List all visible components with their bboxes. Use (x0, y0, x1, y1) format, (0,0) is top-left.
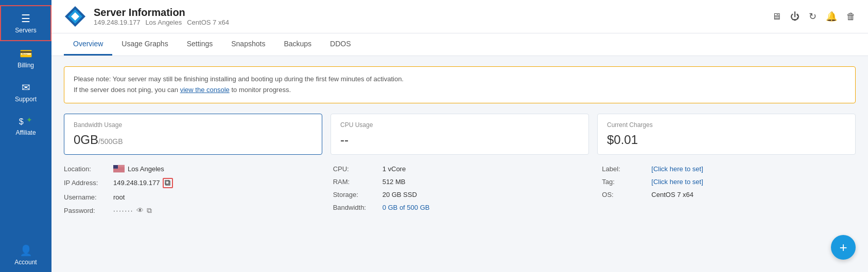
ram-value: 512 MB (383, 178, 406, 186)
billing-icon: 💳 (20, 47, 32, 60)
sidebar-item-billing[interactable]: 💳 Billing (0, 41, 51, 75)
sidebar-item-affiliate[interactable]: $ ✦ Affiliate (0, 109, 51, 142)
tab-settings[interactable]: Settings (178, 33, 222, 56)
password-row: Password: ······· 👁 ⧉ (64, 206, 318, 215)
tab-backups[interactable]: Backups (274, 33, 321, 56)
svg-rect-11 (113, 170, 125, 170)
bandwidth-unit: /500GB (98, 137, 123, 146)
username-row: Username: root (64, 193, 318, 201)
delete-icon[interactable]: 🗑 (846, 11, 856, 22)
charges-value: $0.01 (607, 133, 846, 147)
refresh-icon[interactable]: ↻ (809, 11, 817, 22)
server-subtitle: 149.248.19.177 Los Angeles CentOS 7 x64 (94, 19, 229, 26)
svg-rect-14 (113, 171, 125, 172)
header-left: Server Information 149.248.19.177 Los An… (64, 5, 229, 28)
bandwidth-value: 0GB/500GB (74, 133, 313, 147)
header-action-icons: 🖥 ⏻ ↻ 🔔 🗑 (772, 11, 856, 22)
ram-label: RAM: (333, 178, 379, 186)
sidebar-item-account-label: Account (14, 259, 37, 266)
alert-line2: If the server does not ping, you can vie… (74, 85, 846, 96)
tab-bar: Overview Usage Graphs Settings Snapshots… (51, 33, 868, 56)
info-left: Location: (64, 165, 318, 215)
cpu-info-label: CPU: (333, 165, 379, 173)
password-value: ······· 👁 ⧉ (113, 206, 152, 215)
main-content: Server Information 149.248.19.177 Los An… (51, 0, 868, 272)
sidebar-item-support[interactable]: ✉ Support (0, 75, 51, 109)
tab-overview[interactable]: Overview (64, 33, 112, 56)
ip-label: IP Address: (64, 179, 110, 187)
charges-card: Current Charges $0.01 (597, 114, 856, 155)
page-content: Please note: Your server may still be fi… (51, 56, 868, 272)
alert-icon[interactable]: 🔔 (826, 11, 837, 22)
location-text: Los Angeles (128, 165, 164, 173)
info-right: Label: [Click here to set] Tag: [Click h… (602, 165, 856, 215)
svg-rect-18 (165, 180, 169, 184)
password-label: Password: (64, 207, 110, 214)
bandwidth-info-label: Bandwidth: (333, 204, 379, 211)
server-header: Server Information 149.248.19.177 Los An… (51, 0, 868, 33)
location-value: Los Angeles (113, 165, 164, 173)
server-ip-subtitle: 149.248.19.177 (94, 19, 140, 26)
storage-row: Storage: 20 GB SSD (333, 191, 587, 198)
charges-label: Current Charges (607, 121, 846, 129)
tab-snapshots[interactable]: Snapshots (222, 33, 274, 56)
sidebar-item-billing-label: Billing (18, 62, 34, 69)
bandwidth-info-row: Bandwidth: 0 GB of 500 GB (333, 204, 587, 211)
show-password-button[interactable]: 👁 (136, 206, 144, 214)
label-value: [Click here to set] (651, 165, 703, 173)
cpu-label: CPU Usage (340, 121, 579, 129)
alert-line2-post: to monitor progress. (230, 86, 291, 94)
svg-rect-13 (113, 171, 125, 171)
ip-text: 149.248.19.177 (113, 179, 160, 187)
storage-label: Storage: (333, 191, 379, 198)
cpu-info-value: 1 vCore (383, 165, 406, 173)
copy-ip-button[interactable] (163, 178, 173, 188)
add-button[interactable]: + (831, 235, 856, 260)
username-label: Username: (64, 193, 110, 201)
ip-row: IP Address: 149.248.19.177 (64, 178, 318, 188)
sidebar: ☰ Servers 💳 Billing ✉ Support $ ✦ Affili… (0, 0, 51, 272)
sidebar-item-affiliate-label: Affiliate (15, 129, 36, 136)
tab-ddos[interactable]: DDOS (321, 33, 360, 56)
username-value: root (113, 193, 125, 201)
monitor-icon[interactable]: 🖥 (772, 11, 781, 22)
bandwidth-link[interactable]: 0 GB of 500 GB (383, 204, 430, 211)
set-tag-link[interactable]: [Click here to set] (651, 178, 703, 186)
svg-rect-16 (113, 165, 118, 169)
cpu-value: -- (340, 133, 579, 147)
label-label: Label: (602, 165, 648, 173)
sidebar-item-servers[interactable]: ☰ Servers (0, 5, 51, 41)
location-label: Location: (64, 165, 110, 173)
set-label-link[interactable]: [Click here to set] (651, 165, 703, 173)
storage-value: 20 GB SSD (383, 191, 417, 198)
copy-password-button[interactable]: ⧉ (147, 206, 152, 215)
ip-value: 149.248.19.177 (113, 178, 173, 188)
ram-row: RAM: 512 MB (333, 178, 587, 186)
bandwidth-label: Bandwidth Usage (74, 121, 313, 129)
server-location-subtitle: Los Angeles (145, 19, 182, 26)
us-flag-icon (113, 165, 125, 172)
bandwidth-info-value: 0 GB of 500 GB (383, 204, 430, 211)
alert-line1: Please note: Your server may still be fi… (74, 74, 846, 85)
view-console-link[interactable]: view the console (180, 86, 230, 94)
bandwidth-amount: 0GB (74, 133, 98, 147)
copy-icon (165, 180, 171, 186)
bandwidth-card: Bandwidth Usage 0GB/500GB (64, 114, 322, 155)
svg-rect-17 (166, 181, 170, 185)
tab-usage-graphs[interactable]: Usage Graphs (112, 33, 177, 56)
sidebar-item-account[interactable]: 👤 Account (0, 238, 51, 272)
stats-cards: Bandwidth Usage 0GB/500GB CPU Usage -- C… (64, 114, 856, 155)
svg-rect-10 (113, 169, 125, 170)
account-icon: 👤 (20, 244, 32, 257)
svg-rect-15 (113, 172, 125, 172)
power-icon[interactable]: ⏻ (790, 11, 800, 22)
cpu-info-row: CPU: 1 vCore (333, 165, 587, 173)
password-dots: ······· (113, 207, 133, 214)
alert-banner: Please note: Your server may still be fi… (64, 66, 856, 103)
server-info-grid: Location: (64, 165, 856, 215)
os-row: OS: CentOS 7 x64 (602, 191, 856, 198)
tag-row: Tag: [Click here to set] (602, 178, 856, 186)
sidebar-item-servers-label: Servers (15, 27, 36, 34)
svg-rect-12 (113, 170, 125, 171)
tag-value: [Click here to set] (651, 178, 703, 186)
